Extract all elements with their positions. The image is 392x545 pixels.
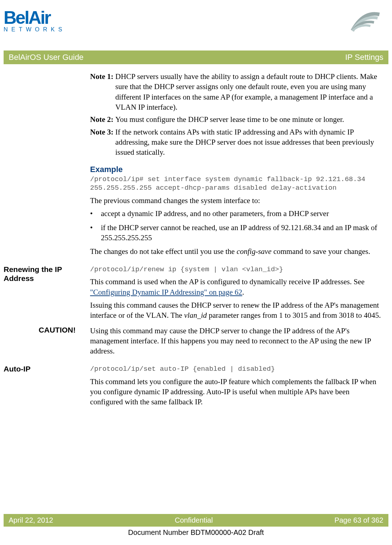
footer-page: Page 63 of 362	[334, 516, 383, 524]
note-3-label: Note 3:	[90, 127, 113, 158]
renewing-ip-heading: Renewing the IP Address	[4, 265, 86, 283]
example-code: /protocol/ip# set interface system dynam…	[90, 175, 381, 193]
bullet-icon: •	[90, 223, 101, 243]
note-1-body: DHCP servers usually have the ability to…	[115, 71, 381, 112]
renew-p1: This command is used when the AP is conf…	[90, 277, 381, 297]
autoip-code: /protocol/ip/set auto-IP {enabled | disa…	[90, 365, 381, 374]
footer-bar: April 22, 2012 Confidential Page 63 of 3…	[4, 514, 388, 527]
logo-main-text: BelAir	[4, 7, 50, 28]
vlan-id-param: vlan_id	[184, 311, 207, 320]
logo-belair-networks: BelAir NETWORKS	[4, 7, 66, 33]
note-2: Note 2: You must configure the DHCP serv…	[90, 114, 381, 124]
note-3: Note 3: If the network contains APs with…	[90, 127, 381, 158]
document-number: Document Number BDTM00000-A02 Draft	[0, 527, 392, 539]
wave-logo-icon	[345, 7, 381, 36]
autoip-body: This command lets you configure the auto…	[90, 377, 381, 407]
title-bar: BelAirOS User Guide IP Settings	[4, 50, 388, 64]
example-heading: Example	[90, 164, 381, 175]
title-right: IP Settings	[345, 53, 383, 62]
example-outro: The changes do not take effect until you…	[90, 246, 381, 256]
footer-confidential: Confidential	[175, 516, 213, 524]
note-1-label: Note 1:	[90, 71, 113, 112]
example-bullet-1: • accept a dynamic IP address, and no ot…	[90, 208, 381, 219]
config-save-cmd: config-save	[237, 247, 272, 256]
example-intro: The previous command changes the system …	[90, 195, 381, 206]
footer-date: April 22, 2012	[9, 516, 53, 524]
note-1: Note 1: DHCP servers usually have the ab…	[90, 71, 381, 112]
dynamic-ip-link[interactable]: "Configuring Dynamic IP Addressing" on p…	[90, 288, 242, 296]
caution-label: CAUTION!	[4, 326, 86, 334]
note-3-body: If the network contains APs with static …	[115, 127, 381, 158]
renew-code: /protocol/ip/renew ip {system | vlan <vl…	[90, 265, 381, 274]
caution-body: Using this command may cause the DHCP se…	[90, 326, 381, 356]
logo-sub-text: NETWORKS	[4, 26, 66, 33]
page-header: BelAir NETWORKS	[4, 4, 388, 50]
bullet-icon: •	[90, 208, 101, 219]
note-2-label: Note 2:	[90, 114, 113, 124]
auto-ip-heading: Auto-IP	[4, 364, 86, 373]
renew-p2: Issuing this command causes the DHCP ser…	[90, 300, 381, 321]
note-2-body: You must configure the DHCP server lease…	[115, 114, 381, 124]
title-left: BelAirOS User Guide	[9, 53, 84, 62]
example-bullet-2: • if the DHCP server cannot be reached, …	[90, 223, 381, 243]
